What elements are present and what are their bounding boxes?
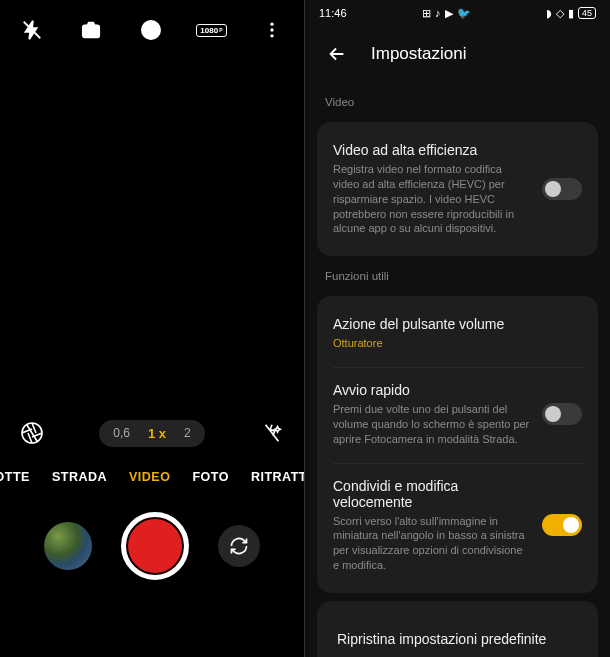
mode-foto[interactable]: FOTO bbox=[192, 470, 229, 484]
hevc-sub: Registra video nel formato codifica vide… bbox=[333, 162, 530, 236]
status-time: 11:46 bbox=[319, 7, 347, 19]
row-reset[interactable]: Ripristina impostazioni predefinite bbox=[333, 615, 582, 657]
aperture-icon[interactable] bbox=[18, 419, 46, 447]
volume-sub: Otturatore bbox=[333, 336, 582, 351]
camera-settings-icon[interactable] bbox=[77, 16, 105, 44]
volume-title: Azione del pulsante volume bbox=[333, 316, 582, 332]
row-hevc[interactable]: Video ad alta efficienza Registra video … bbox=[333, 136, 582, 242]
quick-toggle[interactable] bbox=[542, 403, 582, 425]
resolution-value: 1080 bbox=[200, 26, 218, 35]
vibrate-icon: ◗ bbox=[546, 7, 552, 20]
more-menu-icon[interactable] bbox=[258, 16, 286, 44]
card-video: Video ad alta efficienza Registra video … bbox=[317, 122, 598, 256]
mode-notte[interactable]: NOTTE bbox=[0, 470, 30, 484]
camera-viewfinder[interactable] bbox=[0, 60, 304, 410]
wifi-icon: ◇ bbox=[556, 7, 564, 20]
back-button[interactable] bbox=[323, 40, 351, 68]
gallery-thumbnail[interactable] bbox=[44, 522, 92, 570]
section-funzioni: Funzioni utili bbox=[305, 262, 610, 290]
status-icons-left: ⊞ ♪ ▶ 🐦 bbox=[422, 7, 471, 20]
status-icons-right: ◗ ◇ ▮ 45 bbox=[546, 7, 596, 20]
mode-strada[interactable]: STRADA bbox=[52, 470, 107, 484]
quick-title: Avvio rapido bbox=[333, 382, 530, 398]
settings-app: 11:46 ⊞ ♪ ▶ 🐦 ◗ ◇ ▮ 45 Impostazioni Vide… bbox=[305, 0, 610, 657]
zoom-row: 0,6 1 x 2 bbox=[0, 410, 304, 456]
twitter-icon: 🐦 bbox=[457, 7, 471, 20]
battery-badge: 45 bbox=[578, 7, 596, 19]
status-bar: 11:46 ⊞ ♪ ▶ 🐦 ◗ ◇ ▮ 45 bbox=[305, 0, 610, 26]
zoom-0.6[interactable]: 0,6 bbox=[113, 426, 130, 440]
android-icon: ⊞ bbox=[422, 7, 431, 20]
row-quick[interactable]: Avvio rapido Premi due volte uno dei pul… bbox=[333, 367, 582, 453]
share-toggle[interactable] bbox=[542, 514, 582, 536]
reset-label: Ripristina impostazioni predefinite bbox=[337, 631, 546, 647]
svg-point-2 bbox=[88, 28, 95, 35]
signal-icon: ▮ bbox=[568, 7, 574, 20]
zoom-1x[interactable]: 1 x bbox=[148, 426, 166, 441]
row-share[interactable]: Condividi e modifica velocemente Scorri … bbox=[333, 463, 582, 579]
flash-off-icon[interactable] bbox=[18, 16, 46, 44]
hevc-toggle[interactable] bbox=[542, 178, 582, 200]
share-title: Condividi e modifica velocemente bbox=[333, 478, 530, 510]
tiktok-icon: ♪ bbox=[435, 7, 441, 19]
zoom-2[interactable]: 2 bbox=[184, 426, 191, 440]
youtube-icon: ▶ bbox=[445, 7, 453, 20]
resolution-badge[interactable]: 1080P bbox=[196, 24, 226, 37]
card-funzioni: Azione del pulsante volume Otturatore Av… bbox=[317, 296, 598, 593]
svg-text:AI: AI bbox=[147, 27, 155, 36]
filters-icon[interactable] bbox=[258, 419, 286, 447]
share-sub: Scorri verso l'alto sull'immagine in min… bbox=[333, 514, 530, 573]
flip-camera-button[interactable] bbox=[218, 525, 260, 567]
resolution-suffix: P bbox=[219, 27, 222, 33]
hevc-title: Video ad alta efficienza bbox=[333, 142, 530, 158]
row-volume[interactable]: Azione del pulsante volume Otturatore bbox=[333, 310, 582, 357]
camera-toolbar: AI 1080P bbox=[0, 0, 304, 60]
svg-point-5 bbox=[270, 23, 273, 26]
zoom-selector[interactable]: 0,6 1 x 2 bbox=[99, 420, 204, 447]
settings-header: Impostazioni bbox=[305, 26, 610, 88]
ai-mode-icon[interactable]: AI bbox=[137, 16, 165, 44]
mode-video[interactable]: VIDEO bbox=[129, 470, 170, 484]
quick-sub: Premi due volte uno dei pulsanti del vol… bbox=[333, 402, 530, 447]
mode-selector[interactable]: NOTTE STRADA VIDEO FOTO RITRATTO bbox=[0, 456, 304, 498]
camera-app: AI 1080P 0,6 1 x 2 NOTTE STRADA VIDEO FO… bbox=[0, 0, 305, 657]
mode-ritratto[interactable]: RITRATTO bbox=[251, 470, 304, 484]
camera-controls bbox=[0, 498, 304, 610]
card-links: Ripristina impostazioni predefinite Info… bbox=[317, 601, 598, 657]
svg-point-7 bbox=[270, 34, 273, 37]
page-title: Impostazioni bbox=[371, 44, 466, 64]
section-video: Video bbox=[305, 88, 610, 116]
record-button[interactable] bbox=[121, 512, 189, 580]
svg-point-6 bbox=[270, 28, 273, 31]
